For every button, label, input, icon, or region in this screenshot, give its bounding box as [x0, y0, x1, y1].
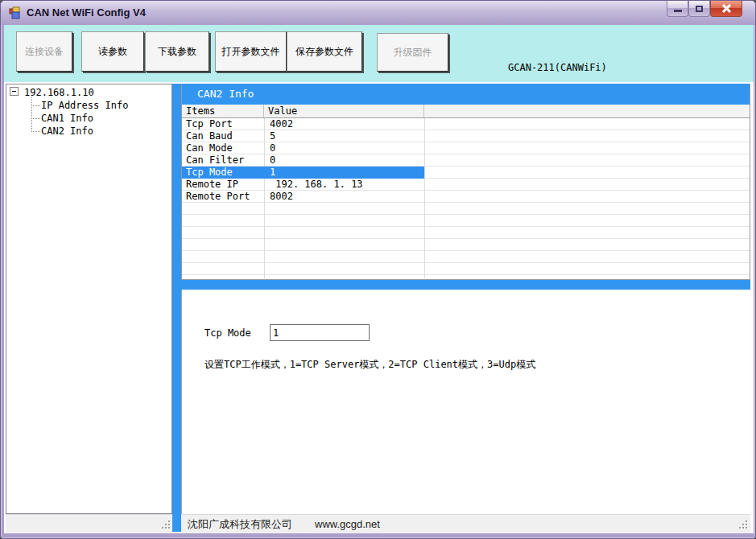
column-header-items[interactable]: Items: [182, 105, 264, 117]
horizontal-splitter[interactable]: [181, 280, 750, 290]
tree-connector-line: [31, 97, 32, 132]
close-button[interactable]: [710, 1, 742, 17]
table-row-selected[interactable]: Tcp Mode 1: [182, 167, 750, 179]
param-table-panel: CAN2 Info Items Value Tcp Port 4002 Can …: [181, 84, 750, 280]
resize-grip-icon[interactable]: [739, 520, 748, 529]
edit-value-input[interactable]: [270, 324, 370, 341]
panel-title: CAN2 Info: [182, 84, 750, 105]
status-website-text: www.gcgd.net: [315, 518, 380, 530]
vertical-splitter[interactable]: [172, 84, 181, 532]
tree-node-ip-address-info[interactable]: IP Address Info: [41, 100, 128, 111]
tree-node-can1-info[interactable]: CAN1 Info: [41, 113, 93, 124]
status-bar: 沈阳广成科技有限公司 www.gcgd.net: [6, 514, 750, 533]
column-header-value[interactable]: Value: [264, 105, 424, 117]
device-tree: 192.168.1.10 IP Address Info CAN1 Info C…: [6, 84, 172, 514]
minimize-icon: [674, 10, 682, 12]
maximize-icon: [696, 6, 703, 12]
tree-root-node[interactable]: 192.168.1.10: [24, 87, 94, 98]
window-title: CAN Net WiFi Config V4: [27, 6, 146, 19]
table-row[interactable]: Remote Port 8002: [182, 191, 750, 203]
connect-device-button[interactable]: 连接设备: [16, 31, 72, 72]
device-model: GCAN-211(CANWiFi): [508, 62, 625, 74]
read-params-button[interactable]: 读参数: [81, 31, 144, 72]
open-params-file-button[interactable]: 打开参数文件: [215, 31, 287, 72]
tree-node-can2-info[interactable]: CAN2 Info: [41, 125, 93, 137]
app-icon: [9, 6, 22, 19]
client-area: 连接设备 读参数 下载参数 打开参数文件 保存参数文件 升级固件 GCAN-21…: [4, 25, 754, 533]
listview-body: Tcp Port 4002 Can Baud 5 Can Mode 0 Can …: [182, 118, 750, 278]
close-icon: [722, 4, 731, 13]
status-company-text: 沈阳广成科技有限公司: [188, 517, 292, 532]
value-editor-panel: Tcp Mode 设置TCP工作模式，1=TCP Server模式，2=TCP …: [181, 290, 750, 514]
save-params-file-button[interactable]: 保存参数文件: [287, 31, 362, 72]
listview-header: Items Value: [182, 105, 750, 118]
table-row[interactable]: Tcp Port 4002: [182, 118, 750, 130]
table-row[interactable]: Remote IP 192. 168. 1. 13: [182, 179, 750, 191]
edit-field-description: 设置TCP工作模式，1=TCP Server模式，2=TCP Client模式，…: [204, 358, 535, 372]
minimize-button[interactable]: [667, 1, 688, 17]
table-row[interactable]: Can Mode 0: [182, 142, 750, 154]
param-listview: Items Value Tcp Port 4002 Can Baud 5: [182, 105, 750, 278]
resize-grip-icon[interactable]: [162, 520, 171, 529]
table-row[interactable]: Can Baud 5: [182, 130, 750, 142]
maximize-button[interactable]: [688, 1, 710, 17]
app-window: CAN Net WiFi Config V4 连接设备 读参数 下载参数 打开参…: [0, 0, 756, 539]
download-params-button[interactable]: 下载参数: [145, 31, 209, 72]
collapse-icon[interactable]: [10, 87, 19, 96]
edit-field-label: Tcp Mode: [204, 327, 251, 339]
title-bar: CAN Net WiFi Config V4: [1, 1, 755, 25]
toolbar: 连接设备 读参数 下载参数 打开参数文件 保存参数文件 升级固件 GCAN-21…: [4, 25, 754, 82]
upgrade-firmware-button[interactable]: 升级固件: [377, 33, 448, 72]
column-header-filler: [424, 105, 750, 117]
table-row[interactable]: Can Filter 0: [182, 154, 750, 167]
